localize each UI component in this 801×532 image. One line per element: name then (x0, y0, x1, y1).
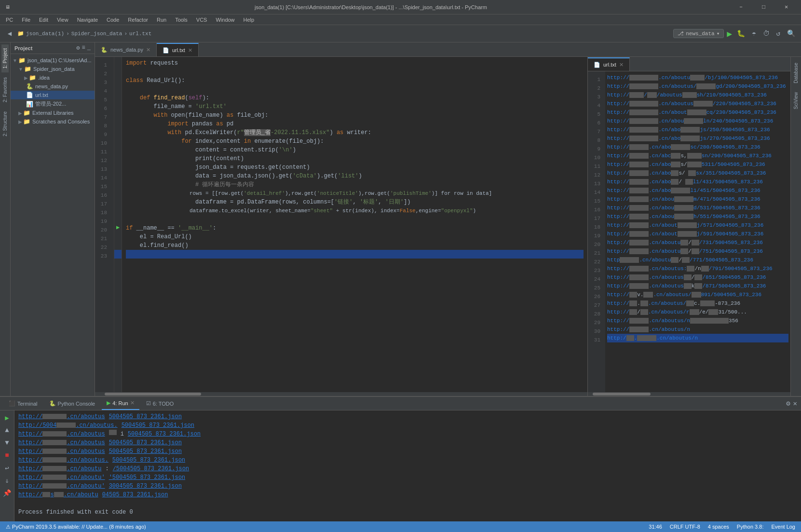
run-tab[interactable]: ▶ 4: Run ✕ (102, 397, 139, 410)
run-url-1[interactable]: http://.cn/aboutus (18, 412, 105, 421)
url-tab-close[interactable]: ✕ (619, 62, 624, 68)
run-path-8[interactable]: '5004505_873_2361.json (109, 473, 185, 482)
menu-item-run[interactable]: Run (153, 16, 170, 24)
run-stop-button[interactable]: ■ (2, 450, 13, 461)
sqleditor-vtab[interactable]: SciView (792, 88, 800, 113)
status-eventlog[interactable]: Event Log (769, 524, 797, 530)
menu-item-view[interactable]: View (53, 16, 72, 24)
menu-item-navigate[interactable]: Navigate (73, 16, 102, 24)
tree-extlib-folder[interactable]: ▶ 📁 External Libraries (11, 109, 95, 117)
project-vtab[interactable]: 1: Project (1, 44, 9, 72)
settings-icon[interactable]: ≡ (82, 44, 85, 52)
breadcrumb-root[interactable]: json_data(1) (26, 31, 64, 37)
branch-selector[interactable]: ⎇ news_data ▾ (673, 29, 724, 38)
run-url-4[interactable]: http://.cn/aboutus (18, 438, 105, 447)
tab-urltxt[interactable]: 📄 url.txt ✕ (157, 43, 199, 56)
run-restart-button[interactable]: ▶ (2, 412, 13, 423)
status-indent[interactable]: 4 spaces (706, 524, 731, 530)
run-url-2[interactable]: http://5004.cn/aboutus. (18, 421, 118, 430)
search-everywhere-button[interactable]: 🔍 (785, 28, 797, 39)
run-path-4[interactable]: 5004505_873_2361.json (109, 438, 182, 447)
url-tab[interactable]: 📄 url.txt ✕ (588, 57, 630, 71)
status-python[interactable]: Python 3.8: (735, 524, 766, 530)
close-panel-icon[interactable]: ✕ (793, 399, 797, 408)
run-path-7[interactable]: /5004505_873_2361.json (113, 464, 189, 473)
minimize-button[interactable]: – (730, 0, 752, 14)
url-scrollbar-thumb[interactable] (593, 393, 651, 396)
status-notification[interactable]: ⚠ PyCharm 2019.3.5 available: // Update.… (4, 524, 148, 530)
menu-item-edit[interactable]: Edit (35, 16, 52, 24)
tab-newsdata-close[interactable]: ✕ (146, 47, 150, 53)
python-console-tab[interactable]: 🐍 Python Console (44, 397, 100, 410)
database-vtab[interactable]: Database (792, 59, 800, 87)
run-url-5[interactable]: http://.cn/aboutus (18, 447, 105, 456)
run-path-6[interactable]: 5004505_873_2361.json (112, 456, 185, 464)
menu-item-refactor[interactable]: Refactor (124, 16, 152, 24)
url-line-12: http://.cn/abos/ sx/351/5004505_873_236 (607, 169, 788, 177)
run-button[interactable]: ▶ (727, 28, 732, 39)
run-pin-button[interactable]: 📌 (2, 488, 13, 498)
run-up-button[interactable]: ▲ (2, 425, 13, 436)
profile-button[interactable]: ⏱ (761, 29, 772, 39)
run-url-3[interactable]: http://.cn/aboutus (18, 430, 105, 438)
minimize-panel-icon[interactable]: _ (87, 44, 91, 52)
run-down-button[interactable]: ▼ (2, 437, 13, 448)
run-path-3[interactable]: 5004505_873_2361.json (128, 430, 201, 438)
menu-item-help[interactable]: Help (240, 16, 258, 24)
url-pane-content[interactable]: 1234567891011121314151617181920212223242… (588, 71, 790, 392)
breadcrumb-spider[interactable]: Spider_json_data (71, 31, 122, 37)
tree-urltxt-file[interactable]: 📄 url.txt (11, 91, 95, 99)
tab-newsdata[interactable]: 🐍 news_data.py ✕ (95, 43, 157, 56)
code-content[interactable]: 1234567891011121314151617181920212223 (95, 57, 587, 392)
run-url-10[interactable]: http://s.cn/aboutu (18, 491, 98, 499)
run-scroll-button[interactable]: ⇓ (2, 475, 13, 486)
close-button[interactable]: ✕ (775, 0, 797, 14)
run-tab-close[interactable]: ✕ (130, 400, 135, 406)
run-path-5[interactable]: 5004505_873_2361.json (109, 447, 182, 456)
code-scrollbar-x[interactable] (95, 392, 587, 396)
debug-button[interactable]: 🐛 (735, 28, 747, 39)
todo-tab[interactable]: ☑ 6: TODO (141, 397, 179, 410)
run-path-9[interactable]: 3004505_873_2361.json (109, 482, 182, 491)
menu-item-vcs[interactable]: VCS (192, 16, 211, 24)
menu-item-window[interactable]: Window (212, 16, 238, 24)
run-url-6[interactable]: http://.cn/aboutus. (18, 456, 109, 464)
tree-admin-file[interactable]: 📊 管理员-202... (11, 99, 95, 109)
status-encoding[interactable]: CRLF UTF-8 (668, 524, 702, 530)
tree-scratches-folder[interactable]: ▶ 📁 Scratches and Consoles (11, 117, 95, 126)
settings-icon[interactable]: ⚙ (786, 399, 790, 408)
menu-item-tools[interactable]: Tools (171, 16, 191, 24)
structure-vtab[interactable]: 2: Structure (1, 108, 9, 140)
code-lines[interactable]: import requests class Read_Url(): def fi… (122, 57, 587, 392)
tree-newsdata-label: news_data.py (35, 83, 68, 89)
code-line-9: with pd.ExcelWriter(r"管理员_省-2022.11.15.x… (126, 128, 584, 137)
menu-item-code[interactable]: Code (103, 16, 123, 24)
run-path-2[interactable]: 5004505_873_2361.json (122, 421, 194, 430)
maximize-button[interactable]: □ (753, 0, 774, 14)
run-url-7[interactable]: http://.cn/aboutu (18, 464, 101, 473)
coverage-button[interactable]: ☂ (750, 28, 758, 39)
gear-icon[interactable]: ⚙ (76, 44, 80, 52)
reload-button[interactable]: ↺ (774, 28, 782, 39)
run-actions-sidebar: ▶ ▲ ▼ ■ ↩ ⇓ 📌 (0, 410, 14, 521)
menu-item-file[interactable]: File (18, 16, 34, 24)
scrollbar-thumb[interactable] (105, 393, 201, 396)
menu-item-pc[interactable]: PC (2, 16, 17, 24)
run-url-9[interactable]: http://.cn/aboutu' (18, 482, 105, 491)
run-gutter-icon[interactable]: ▶ (114, 224, 122, 232)
breadcrumb-file[interactable]: url.txt (129, 31, 151, 37)
run-url-8[interactable]: http://.cn/aboutu' (18, 473, 105, 482)
run-wrap-button[interactable]: ↩ (2, 463, 13, 473)
url-scrollbar-x[interactable] (588, 392, 790, 396)
terminal-tab[interactable]: ⬛ Terminal (4, 397, 42, 410)
tree-newsdata-file[interactable]: 🐍 news_data.py (11, 82, 95, 91)
run-path-10[interactable]: 04505_873_2361.json (102, 491, 168, 499)
favorites-vtab[interactable]: 2: Favorites (1, 73, 9, 106)
tree-root[interactable]: ▼ 📁 json_data(1) C:\Users\Ad... (11, 56, 95, 65)
tree-spider-folder[interactable]: ▼ 📁 Spider_json_data (11, 65, 95, 73)
status-position[interactable]: 31:46 (647, 524, 664, 530)
run-path-1[interactable]: 5004505_873_2361.json (109, 412, 182, 421)
tab-urltxt-close[interactable]: ✕ (188, 47, 192, 54)
tree-idea-folder[interactable]: ▶ 📁 .idea (11, 73, 95, 82)
back-button[interactable]: ◀ (4, 28, 15, 40)
